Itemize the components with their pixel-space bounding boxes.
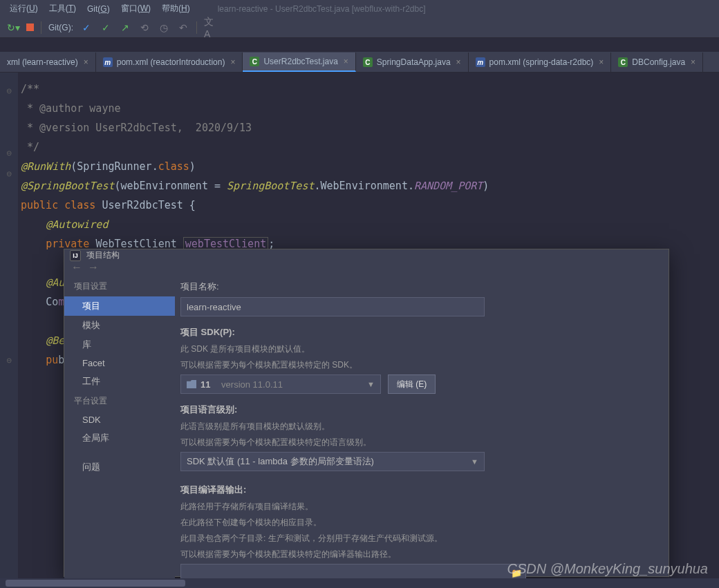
sidebar-item-global-libs[interactable]: 全局库 bbox=[64, 428, 175, 448]
java-class-icon: C bbox=[363, 57, 373, 67]
rollback-icon[interactable]: ↶ bbox=[177, 21, 189, 34]
back-icon[interactable]: ← bbox=[71, 261, 82, 274]
out-hint: 在此路径下创建每个模块的相应目录。 bbox=[180, 516, 655, 529]
history-icon[interactable]: ⟲ bbox=[138, 21, 151, 34]
lang-hint: 可以根据需要为每个模块配置模块特定的语言级别。 bbox=[180, 436, 655, 449]
project-structure-dialog: IJ 项目结构 ← → 项目设置 项目 模块 库 Facet 工件 平台设置 S… bbox=[64, 249, 669, 577]
menu-window[interactable]: 窗口(W) bbox=[117, 1, 155, 16]
lang-hint: 此语言级别是所有项目模块的默认级别。 bbox=[180, 420, 655, 433]
chevron-down-icon: ▼ bbox=[471, 457, 478, 466]
horizontal-scrollbar[interactable] bbox=[0, 578, 719, 588]
menu-help[interactable]: 帮助(H) bbox=[158, 1, 194, 16]
stop-icon[interactable] bbox=[26, 23, 34, 31]
update-icon[interactable]: ✓ bbox=[80, 21, 93, 34]
scrollbar-thumb[interactable] bbox=[6, 580, 185, 587]
project-name-input[interactable] bbox=[180, 297, 485, 316]
sdk-select[interactable]: 11 version 11.0.11 ▼ bbox=[180, 374, 381, 394]
tab-label: pom.xml (spring-data-r2dbc) bbox=[489, 57, 594, 67]
close-icon[interactable]: × bbox=[230, 57, 235, 67]
close-icon[interactable]: × bbox=[691, 57, 695, 67]
window-title: learn-reactive - UserR2dbcTest.java [web… bbox=[218, 4, 426, 14]
maven-icon: m bbox=[476, 57, 485, 67]
dialog-title-bar[interactable]: IJ 项目结构 bbox=[64, 249, 669, 261]
java-class-icon: C bbox=[618, 57, 628, 67]
menu-run[interactable]: 运行(U) bbox=[6, 1, 42, 16]
tab-label: xml (learn-reactive) bbox=[7, 57, 78, 67]
maven-icon: m bbox=[103, 57, 113, 67]
compiler-output-label: 项目编译器输出: bbox=[180, 484, 655, 496]
sidebar-item-facets[interactable]: Facet bbox=[64, 354, 175, 372]
sidebar-item-libraries[interactable]: 库 bbox=[64, 335, 175, 354]
watermark: CSDN @MonkeyKing_sunyuhua bbox=[507, 561, 708, 577]
tab-label: SpringDataApp.java bbox=[377, 57, 451, 67]
sidebar-item-problems[interactable]: 问题 bbox=[64, 457, 175, 477]
close-icon[interactable]: × bbox=[344, 57, 348, 66]
sdk-hint: 此 SDK 是所有项目模块的默认值。 bbox=[180, 343, 655, 356]
out-hint: 此目录包含两个子目录: 生产和测试，分别用于存储生产代码和测试源。 bbox=[180, 532, 655, 545]
tab-pom-spring-data[interactable]: mpom.xml (spring-data-r2dbc)× bbox=[469, 53, 612, 72]
folder-icon bbox=[187, 380, 196, 388]
tab-userr2dbctest[interactable]: CUserR2dbcTest.java× bbox=[243, 53, 355, 72]
tab-springdataapp[interactable]: CSpringDataApp.java× bbox=[356, 53, 469, 72]
chevron-down-icon: ▼ bbox=[367, 380, 375, 388]
sidebar-item-project[interactable]: 项目 bbox=[64, 296, 175, 316]
language-level-label: 项目语言级别: bbox=[180, 404, 655, 416]
out-hint: 可以根据需要为每个模块配置模块特定的编译器输出路径。 bbox=[180, 548, 655, 561]
sdk-hint: 可以根据需要为每个模块配置模块特定的 SDK。 bbox=[180, 359, 655, 372]
git-label: Git(G): bbox=[48, 23, 73, 32]
intellij-icon: IJ bbox=[70, 250, 81, 261]
menu-git[interactable]: Git(G) bbox=[83, 3, 114, 15]
project-sdk-label: 项目 SDK(P): bbox=[180, 326, 655, 339]
sidebar-section-project-settings: 项目设置 bbox=[64, 276, 175, 296]
tab-pom-learn-reactive[interactable]: xml (learn-reactive)× bbox=[0, 53, 96, 72]
gutter: ⊖⊖⊖⊖ bbox=[0, 73, 18, 584]
language-level-select[interactable]: SDK 默认值 (11 - lambda 参数的局部变量语法) ▼ bbox=[180, 452, 485, 471]
close-icon[interactable]: × bbox=[84, 57, 88, 67]
clock-icon[interactable]: ◷ bbox=[158, 21, 170, 34]
separator bbox=[41, 21, 41, 34]
toolbar: ↻▾ Git(G): ✓ ✓ ↗ ⟲ ◷ ↶ 文A bbox=[0, 17, 719, 38]
sidebar-section-platform-settings: 平台设置 bbox=[64, 391, 175, 411]
dialog-nav: ← → bbox=[64, 261, 669, 274]
sidebar-item-sdks[interactable]: SDK bbox=[64, 411, 175, 428]
push-icon[interactable]: ↗ bbox=[119, 21, 131, 34]
sidebar-item-artifacts[interactable]: 工件 bbox=[64, 372, 175, 391]
tab-label: UserR2dbcTest.java bbox=[263, 57, 337, 66]
commit-icon[interactable]: ✓ bbox=[100, 21, 112, 34]
menu-tools[interactable]: 工具(T) bbox=[45, 1, 80, 16]
dialog-title: 项目结构 bbox=[86, 249, 120, 261]
dialog-sidebar: 项目设置 项目 模块 库 Facet 工件 平台设置 SDK 全局库 问题 bbox=[64, 274, 175, 588]
sidebar-item-modules[interactable]: 模块 bbox=[64, 316, 175, 335]
tab-dbconfig[interactable]: CDBConfig.java× bbox=[611, 53, 703, 72]
run-dropdown-icon[interactable]: ↻▾ bbox=[7, 21, 19, 34]
tab-label: pom.xml (reactorIntroduction) bbox=[117, 57, 225, 67]
forward-icon[interactable]: → bbox=[88, 261, 99, 274]
editor-tab-bar: xml (learn-reactive)× mpom.xml (reactorI… bbox=[0, 52, 719, 73]
edit-sdk-button[interactable]: 编辑 (E) bbox=[388, 374, 436, 394]
project-name-label: 项目名称: bbox=[180, 281, 655, 293]
java-class-icon: C bbox=[250, 57, 259, 66]
menu-bar: 运行(U) 工具(T) Git(G) 窗口(W) 帮助(H) learn-rea… bbox=[0, 0, 719, 17]
separator bbox=[196, 21, 197, 34]
tab-label: DBConfig.java bbox=[632, 57, 685, 67]
dialog-main: 项目名称: 项目 SDK(P): 此 SDK 是所有项目模块的默认值。 可以根据… bbox=[175, 274, 669, 588]
close-icon[interactable]: × bbox=[599, 57, 604, 67]
tab-pom-reactor[interactable]: mpom.xml (reactorIntroduction)× bbox=[96, 53, 243, 72]
out-hint: 此路径用于存储所有项目编译结果。 bbox=[180, 500, 655, 513]
translate-icon[interactable]: 文A bbox=[204, 21, 216, 34]
close-icon[interactable]: × bbox=[456, 57, 461, 67]
